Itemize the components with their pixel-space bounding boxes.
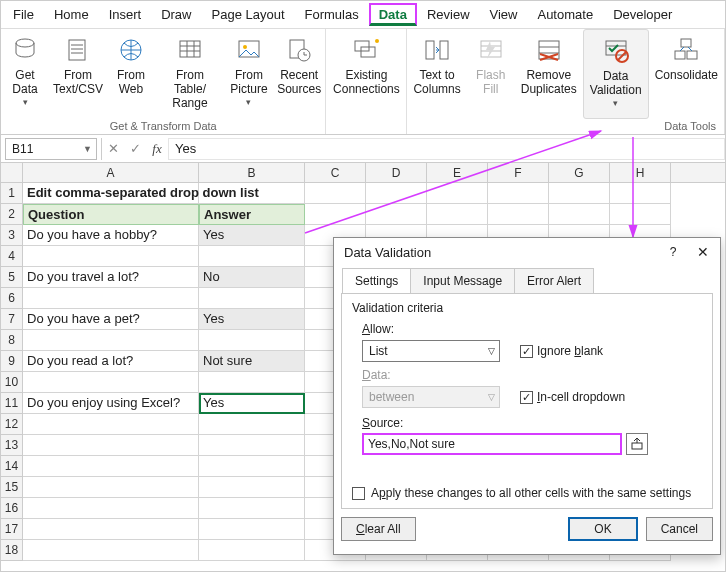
source-input[interactable]: Yes,No,Not sure: [362, 433, 622, 455]
row-header[interactable]: 8: [1, 330, 23, 351]
cell-E2[interactable]: [427, 204, 488, 225]
cell-B3[interactable]: Yes: [199, 225, 305, 246]
cell-A18[interactable]: [23, 540, 199, 561]
cell-G2[interactable]: [549, 204, 610, 225]
cell-B16[interactable]: [199, 498, 305, 519]
cell-B4[interactable]: [199, 246, 305, 267]
cancel-button[interactable]: Cancel: [646, 517, 713, 541]
cell-B6[interactable]: [199, 288, 305, 309]
range-picker-button[interactable]: [626, 433, 648, 455]
apply-all-checkbox[interactable]: Apply these changes to all other cells w…: [352, 486, 691, 500]
column-header-E[interactable]: E: [427, 163, 488, 182]
cell-B17[interactable]: [199, 519, 305, 540]
cell-F2[interactable]: [488, 204, 549, 225]
formula-input[interactable]: Yes: [168, 138, 725, 160]
cell-B2[interactable]: Answer: [199, 204, 305, 225]
row-header[interactable]: 10: [1, 372, 23, 393]
cell-B13[interactable]: [199, 435, 305, 456]
column-header-B[interactable]: B: [199, 163, 305, 182]
tab-file[interactable]: File: [3, 3, 44, 26]
cell-A12[interactable]: [23, 414, 199, 435]
existing-connections-button[interactable]: Existing Connections: [326, 29, 406, 119]
tab-page-layout[interactable]: Page Layout: [202, 3, 295, 26]
ribbon-flash-fill[interactable]: Flash Fill: [467, 29, 515, 119]
column-header-A[interactable]: A: [23, 163, 199, 182]
ribbon-get-data[interactable]: Get Data▾: [1, 29, 49, 119]
cell-G1[interactable]: [549, 183, 610, 204]
cell-H2[interactable]: [610, 204, 671, 225]
enter-formula-button[interactable]: ✓: [124, 138, 146, 160]
cell-B1[interactable]: [199, 183, 305, 204]
allow-combobox[interactable]: List▽: [362, 340, 500, 362]
cell-B12[interactable]: [199, 414, 305, 435]
tab-automate[interactable]: Automate: [527, 3, 603, 26]
row-header[interactable]: 6: [1, 288, 23, 309]
select-all-corner[interactable]: [1, 163, 23, 182]
ribbon-text-to-columns[interactable]: Text to Columns: [407, 29, 466, 119]
dialog-help-button[interactable]: ?: [666, 245, 680, 259]
ribbon-recent-sources[interactable]: Recent Sources: [273, 29, 325, 119]
ribbon-from-text-csv[interactable]: From Text/CSV: [49, 29, 107, 119]
ribbon-remove-duplicates[interactable]: Remove Duplicates: [515, 29, 583, 119]
cancel-formula-button[interactable]: ✕: [102, 138, 124, 160]
cell-B11[interactable]: Yes▼: [199, 393, 305, 414]
cell-A13[interactable]: [23, 435, 199, 456]
cell-B5[interactable]: No: [199, 267, 305, 288]
incell-dropdown-checkbox[interactable]: ✓ In-cell dropdown: [520, 390, 625, 404]
tab-home[interactable]: Home: [44, 3, 99, 26]
name-box[interactable]: B11▼: [5, 138, 97, 160]
cell-A15[interactable]: [23, 477, 199, 498]
column-header-H[interactable]: H: [610, 163, 671, 182]
row-header[interactable]: 13: [1, 435, 23, 456]
row-header[interactable]: 3: [1, 225, 23, 246]
ignore-blank-checkbox[interactable]: ✓ Ignore blank: [520, 344, 603, 358]
ribbon-from-table-range[interactable]: From Table/ Range: [155, 29, 225, 119]
cell-A10[interactable]: [23, 372, 199, 393]
column-header-G[interactable]: G: [549, 163, 610, 182]
tab-insert[interactable]: Insert: [99, 3, 152, 26]
row-header[interactable]: 15: [1, 477, 23, 498]
cell-B10[interactable]: [199, 372, 305, 393]
row-header[interactable]: 5: [1, 267, 23, 288]
ribbon-from-web[interactable]: From Web: [107, 29, 155, 119]
column-header-D[interactable]: D: [366, 163, 427, 182]
row-header[interactable]: 1: [1, 183, 23, 204]
cell-B9[interactable]: Not sure: [199, 351, 305, 372]
cell-D2[interactable]: [366, 204, 427, 225]
column-header-C[interactable]: C: [305, 163, 366, 182]
ok-button[interactable]: OK: [568, 517, 637, 541]
tab-developer[interactable]: Developer: [603, 3, 682, 26]
row-header[interactable]: 7: [1, 309, 23, 330]
cell-A16[interactable]: [23, 498, 199, 519]
cell-B14[interactable]: [199, 456, 305, 477]
row-header[interactable]: 12: [1, 414, 23, 435]
tab-error-alert[interactable]: Error Alert: [514, 268, 594, 293]
tab-view[interactable]: View: [480, 3, 528, 26]
row-header[interactable]: 2: [1, 204, 23, 225]
clear-all-button[interactable]: Clear All: [341, 517, 416, 541]
ribbon-from-picture[interactable]: From Picture▾: [225, 29, 273, 119]
dialog-close-button[interactable]: ✕: [694, 244, 712, 260]
cell-B15[interactable]: [199, 477, 305, 498]
tab-formulas[interactable]: Formulas: [295, 3, 369, 26]
cell-A5[interactable]: Do you travel a lot?: [23, 267, 199, 288]
row-header[interactable]: 11: [1, 393, 23, 414]
tab-draw[interactable]: Draw: [151, 3, 201, 26]
cell-D1[interactable]: [366, 183, 427, 204]
cell-A14[interactable]: [23, 456, 199, 477]
fx-button[interactable]: fx: [146, 138, 168, 160]
cell-A4[interactable]: [23, 246, 199, 267]
cell-A17[interactable]: [23, 519, 199, 540]
tab-review[interactable]: Review: [417, 3, 480, 26]
cell-E1[interactable]: [427, 183, 488, 204]
row-header[interactable]: 17: [1, 519, 23, 540]
row-header[interactable]: 4: [1, 246, 23, 267]
ribbon-data-validation[interactable]: Data Validation▾: [583, 29, 649, 119]
cell-A2[interactable]: Question: [23, 204, 199, 225]
cell-C1[interactable]: [305, 183, 366, 204]
cell-B8[interactable]: [199, 330, 305, 351]
dialog-titlebar[interactable]: Data Validation ? ✕: [334, 238, 720, 264]
ribbon-consolidate[interactable]: Consolidate: [649, 29, 724, 119]
row-header[interactable]: 16: [1, 498, 23, 519]
column-header-F[interactable]: F: [488, 163, 549, 182]
